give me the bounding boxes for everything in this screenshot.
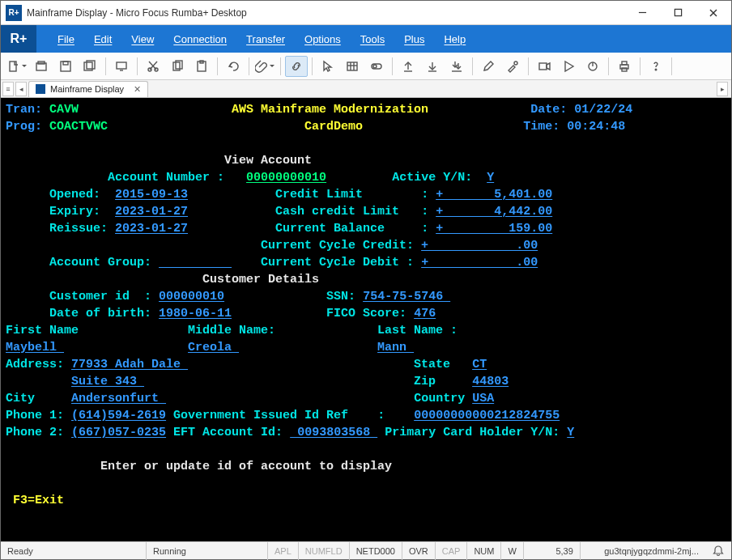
- tab-icon: [36, 84, 45, 94]
- state-field[interactable]: CT: [472, 358, 487, 371]
- phone2-field[interactable]: (667)057-0235: [71, 426, 166, 439]
- edit-icon[interactable]: [477, 56, 500, 77]
- cursor-icon[interactable]: [317, 56, 339, 77]
- last-name-field[interactable]: Mann: [377, 341, 414, 354]
- gov-id-field[interactable]: 00000000000212824755: [414, 409, 560, 422]
- download-all-icon[interactable]: [445, 56, 468, 77]
- tab-mainframe-display[interactable]: Mainframe Display ✕: [28, 81, 148, 97]
- menu-bar: R+ File Edit View Connection Transfer Op…: [1, 25, 731, 53]
- status-w: W: [501, 542, 523, 560]
- account-group-field[interactable]: [159, 256, 232, 269]
- maximize-button[interactable]: [660, 1, 696, 25]
- svg-rect-4: [10, 62, 16, 71]
- undo-icon[interactable]: [222, 56, 245, 77]
- link-icon[interactable]: [285, 56, 308, 77]
- copy-icon[interactable]: [166, 56, 189, 77]
- play-icon[interactable]: [557, 56, 580, 77]
- record-icon[interactable]: [533, 56, 555, 77]
- menu-tools[interactable]: Tools: [351, 33, 394, 45]
- current-balance-field[interactable]: + 159.00: [436, 222, 552, 235]
- status-bar: Ready Running APL NUMFLD NETD000 OVR CAP…: [1, 541, 731, 559]
- address2-field[interactable]: Suite 343: [71, 375, 144, 388]
- status-ready: Ready: [1, 542, 147, 560]
- svg-point-27: [373, 65, 377, 68]
- account-number-field[interactable]: 00000000010: [246, 171, 326, 185]
- menu-view[interactable]: View: [121, 33, 164, 45]
- status-apl: APL: [268, 542, 299, 560]
- minimize-button[interactable]: [624, 1, 660, 25]
- dob-field[interactable]: 1980-06-11: [159, 307, 232, 320]
- tab-strip: ≡ ◂ Mainframe Display ✕ ▸: [1, 80, 731, 98]
- svg-marker-38: [565, 62, 573, 71]
- country-field[interactable]: USA: [472, 392, 494, 405]
- app-badge[interactable]: R+: [1, 25, 36, 53]
- tab-close-icon[interactable]: ✕: [134, 84, 141, 95]
- tab-label: Mainframe Display: [50, 84, 124, 94]
- cut-icon[interactable]: [142, 56, 164, 77]
- help-icon[interactable]: [645, 56, 667, 77]
- print-icon[interactable]: [613, 56, 636, 77]
- tab-scroll-right[interactable]: ▸: [717, 82, 728, 96]
- save-icon[interactable]: [54, 56, 77, 77]
- city-field[interactable]: Andersonfurt: [71, 392, 166, 405]
- customer-id-field[interactable]: 000000010: [159, 290, 224, 303]
- status-ovr: OVR: [402, 542, 436, 560]
- svg-marker-21: [324, 62, 331, 71]
- credit-limit-field[interactable]: + 5,401.00: [436, 188, 552, 202]
- notification-bell-icon[interactable]: [712, 545, 725, 558]
- menu-options[interactable]: Options: [295, 33, 351, 45]
- menu-edit[interactable]: Edit: [84, 33, 121, 45]
- ssn-field[interactable]: 754-75-5746: [363, 290, 450, 303]
- menu-help[interactable]: Help: [434, 33, 475, 45]
- fico-field[interactable]: 476: [414, 307, 436, 320]
- paste-icon[interactable]: [190, 56, 213, 77]
- cycle-debit-field[interactable]: + .00: [421, 256, 538, 269]
- screen-icon[interactable]: [110, 56, 133, 77]
- terminal-screen[interactable]: Tran: CAVW AWS Mainframe Modernization D…: [1, 98, 731, 541]
- tab-scroll-menu[interactable]: ≡: [2, 82, 14, 96]
- attach-icon[interactable]: [253, 56, 276, 77]
- svg-point-44: [655, 69, 657, 70]
- svg-rect-8: [63, 62, 68, 65]
- reissue-field[interactable]: 2023-01-27: [115, 222, 188, 235]
- menu-transfer[interactable]: Transfer: [236, 33, 295, 45]
- power-icon[interactable]: [581, 56, 604, 77]
- open-icon[interactable]: [30, 56, 53, 77]
- download-icon[interactable]: [421, 56, 444, 77]
- menu-file[interactable]: File: [48, 33, 84, 45]
- upload-icon[interactable]: [397, 56, 419, 77]
- primary-card-holder-field[interactable]: Y: [567, 426, 574, 439]
- menu-plus[interactable]: Plus: [394, 33, 434, 45]
- cash-limit-field[interactable]: + 4,442.00: [436, 205, 552, 218]
- status-numfld: NUMFLD: [299, 542, 350, 560]
- tab-scroll-left[interactable]: ◂: [15, 82, 27, 96]
- menu-connection[interactable]: Connection: [164, 33, 236, 45]
- eyedropper-icon[interactable]: [501, 56, 524, 77]
- expiry-field[interactable]: 2023-01-27: [115, 205, 188, 218]
- app-window: R+ Mainframe Display - Micro Focus Rumba…: [0, 0, 732, 560]
- address1-field[interactable]: 77933 Adah Dale: [71, 358, 188, 371]
- new-icon[interactable]: [6, 56, 28, 77]
- middle-name-field[interactable]: Creola: [188, 341, 239, 354]
- toggle-icon[interactable]: [365, 56, 388, 77]
- status-running: Running: [147, 542, 268, 560]
- save-all-icon[interactable]: [79, 56, 101, 77]
- phone1-field[interactable]: (614)594-2619: [71, 409, 166, 422]
- status-netd: NETD000: [350, 542, 402, 560]
- eft-field[interactable]: 0093803568: [290, 426, 377, 439]
- cycle-credit-field[interactable]: + .00: [421, 239, 538, 252]
- opened-field[interactable]: 2015-09-13: [115, 188, 188, 202]
- title-bar: R+ Mainframe Display - Micro Focus Rumba…: [1, 1, 731, 25]
- close-button[interactable]: [696, 1, 731, 25]
- first-name-field[interactable]: Maybell: [6, 341, 64, 354]
- active-field[interactable]: Y: [487, 171, 494, 185]
- zip-field[interactable]: 44803: [472, 375, 509, 388]
- status-cursor-pos: 5,39: [524, 542, 581, 560]
- status-num: NUM: [467, 542, 501, 560]
- svg-point-35: [514, 62, 517, 65]
- status-tail: gu3tqnjygqzdmmi-2mj...: [598, 542, 705, 560]
- svg-rect-22: [347, 62, 357, 70]
- grid-icon[interactable]: [341, 56, 364, 77]
- prompt-text: Enter or update id of account to display: [100, 460, 392, 473]
- svg-rect-43: [622, 68, 627, 71]
